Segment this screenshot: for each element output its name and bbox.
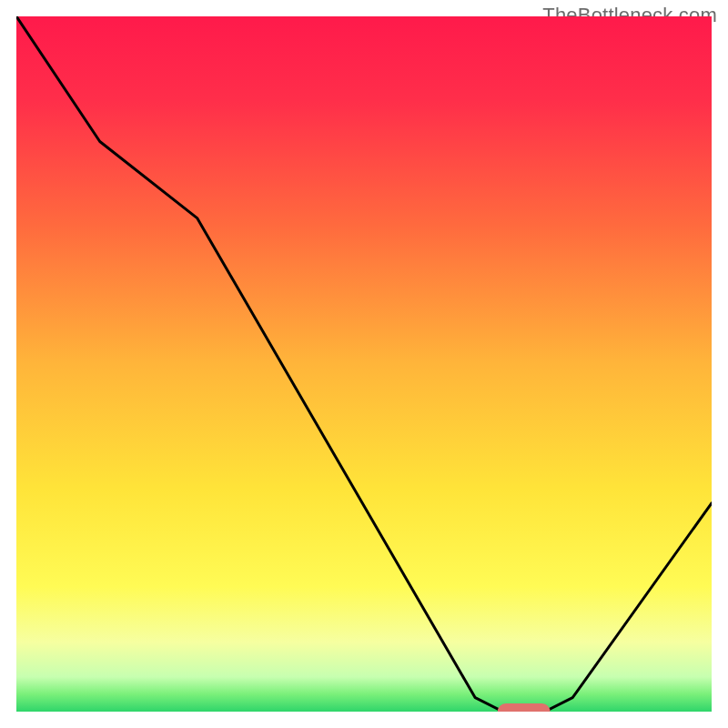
bottleneck-chart xyxy=(16,16,712,712)
optimal-zone-marker xyxy=(498,703,551,712)
svg-rect-0 xyxy=(16,16,712,712)
